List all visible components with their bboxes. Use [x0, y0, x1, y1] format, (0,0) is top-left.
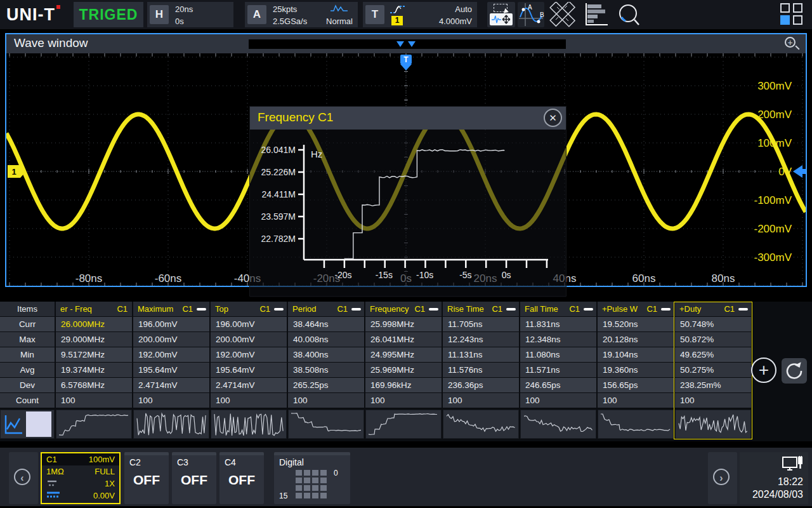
column-header[interactable]: TopC1: [211, 302, 287, 316]
value-cell: 26.000MHz: [56, 317, 132, 331]
value-cell: 6.5768MHz: [56, 378, 132, 392]
select-pan-button[interactable]: [487, 2, 515, 27]
waveform-position-bar[interactable]: [249, 39, 566, 49]
popup-titlebar[interactable]: Frequency C1 ✕: [250, 107, 566, 130]
sparkline-cell: [365, 410, 442, 439]
reset-statistics-button[interactable]: [782, 358, 807, 384]
value-cell: 38.508ns: [288, 363, 364, 377]
c2-label: C2: [129, 457, 141, 467]
hide-column-icon: [429, 308, 438, 311]
value-cell: 25.998MHz: [365, 317, 442, 331]
value-cell: 192.00mV: [133, 347, 209, 362]
svg-text:-80ns: -80ns: [75, 272, 103, 284]
measurement-table: ItemsCurrMaxMinAvgDevCounter - FreqC126.…: [0, 302, 812, 441]
search-icon: [615, 2, 643, 29]
value-cell: 11.831ns: [520, 317, 596, 331]
value-cell: 9.5172MHz: [56, 347, 132, 362]
scroll-right-button[interactable]: ›: [708, 452, 737, 504]
add-measurement-button[interactable]: +: [751, 358, 776, 383]
timebase-value: 20ns: [175, 3, 193, 15]
hide-column-icon: [274, 308, 284, 311]
svg-text:300mV: 300mV: [757, 80, 792, 92]
value-cell: 200.00mV: [211, 332, 287, 347]
svg-text:26.041M: 26.041M: [261, 145, 296, 155]
bottom-channel-bar: ‹ C1100mV 1MΩFULL 1X 0.00V C2 OFF C3 OFF…: [0, 448, 812, 506]
svg-text:Hz: Hz: [311, 149, 322, 159]
value-cell: 50.872%: [675, 332, 751, 347]
position-marker-right[interactable]: [408, 41, 416, 47]
acquire-mode-value: Normal: [326, 15, 353, 27]
layout-square-br: [793, 15, 802, 25]
value-cell: 50.275%: [675, 363, 751, 377]
hide-column-icon: [738, 308, 748, 311]
column-header[interactable]: +Pulse WC1: [598, 302, 674, 316]
value-cell: 24.995MHz: [365, 347, 442, 362]
popup-body: 26.041M25.226M24.411M23.597M22.782MHz-20…: [250, 130, 566, 297]
column-header[interactable]: er - FreqC1: [56, 302, 132, 316]
value-cell: 100: [288, 393, 364, 408]
frequency-trend-chart: 26.041M25.226M24.411M23.597M22.782MHz-20…: [250, 130, 567, 297]
zoom-in-icon[interactable]: +: [784, 36, 799, 51]
frequency-popup[interactable]: Frequency C1 ✕ 26.041M25.226M24.411M23.5…: [249, 106, 566, 297]
window-layout-button[interactable]: [780, 3, 806, 26]
search-button[interactable]: [615, 2, 643, 27]
hide-column-icon: [661, 308, 671, 311]
scroll-left-button[interactable]: ‹: [9, 452, 38, 504]
memory-depth-value: 25kpts: [273, 3, 297, 15]
value-cell: 19.104ns: [598, 347, 674, 362]
row-label-avg: Avg: [0, 363, 55, 377]
value-cell: 2.4714mV: [133, 378, 209, 392]
channel3-card[interactable]: C3 OFF: [172, 452, 216, 504]
trigger-level-value: 4.000mV: [439, 15, 472, 27]
value-cell: 11.571ns: [520, 363, 596, 377]
value-cell: 50.748%: [675, 317, 751, 331]
c2-state: OFF: [124, 472, 169, 488]
value-cell: 40.008ns: [288, 332, 364, 347]
digital-channels-card[interactable]: Digital 0 15: [274, 452, 350, 504]
value-cell: 195.64mV: [133, 363, 209, 377]
xy-mode-button[interactable]: AB: [518, 2, 544, 27]
svg-text:23.597M: 23.597M: [261, 211, 296, 222]
close-icon[interactable]: ✕: [544, 109, 562, 127]
value-cell: 38.400ns: [288, 347, 364, 362]
sparkline-cell: [56, 410, 132, 439]
acquire-panel-letter: A: [247, 5, 266, 24]
column-header[interactable]: Rise TimeC1: [443, 302, 519, 316]
column-header[interactable]: PeriodC1: [288, 302, 364, 316]
column-header[interactable]: MaximumC1: [133, 302, 209, 316]
acquire-panel[interactable]: A 25kpts 2.5GSa/s Normal: [245, 2, 358, 27]
sparkline-cell: [211, 410, 287, 439]
value-cell: 195.64mV: [211, 363, 287, 377]
digital-channel-grid: [296, 470, 330, 500]
measure-tools-button[interactable]: [549, 2, 577, 27]
row-label-curr: Curr: [0, 317, 55, 331]
svg-text:24.411M: 24.411M: [262, 189, 296, 199]
value-cell: 26.041MHz: [365, 332, 442, 347]
horizontal-offset-value: 0s: [175, 15, 184, 27]
xy-plot-icon: AB: [518, 2, 544, 27]
value-cell: 19.520ns: [598, 317, 674, 331]
sparkline-cell: [288, 410, 364, 439]
c3-state: OFF: [172, 472, 216, 488]
clock-panel[interactable]: 18:22 2024/08/03: [740, 452, 808, 504]
column-header[interactable]: FrequencyC1: [365, 302, 442, 316]
channel1-card[interactable]: C1100mV 1MΩFULL 1X 0.00V: [41, 452, 121, 504]
horizontal-panel[interactable]: H 20ns 0s: [147, 2, 233, 27]
hide-column-icon: [351, 308, 361, 311]
sparkline-cell: [133, 410, 209, 439]
svg-text:60ns: 60ns: [632, 272, 656, 284]
channel4-card[interactable]: C4 OFF: [219, 452, 264, 504]
position-marker-left[interactable]: [396, 41, 404, 47]
value-cell: 100: [56, 393, 132, 408]
column-header[interactable]: +DutyC1: [675, 302, 751, 316]
sparkline-cell: [443, 410, 519, 439]
value-cell: 2.4714mV: [211, 378, 287, 392]
column-header[interactable]: Fall TimeC1: [520, 302, 596, 316]
hide-column-icon: [584, 308, 593, 311]
histogram-button[interactable]: [582, 2, 610, 27]
trigger-panel[interactable]: T 1 Auto 4.000mV: [363, 2, 477, 27]
channel2-card[interactable]: C2 OFF: [124, 452, 169, 504]
svg-text:T: T: [403, 55, 409, 64]
trend-mode-cell[interactable]: [0, 410, 55, 439]
svg-text:1: 1: [11, 167, 16, 177]
